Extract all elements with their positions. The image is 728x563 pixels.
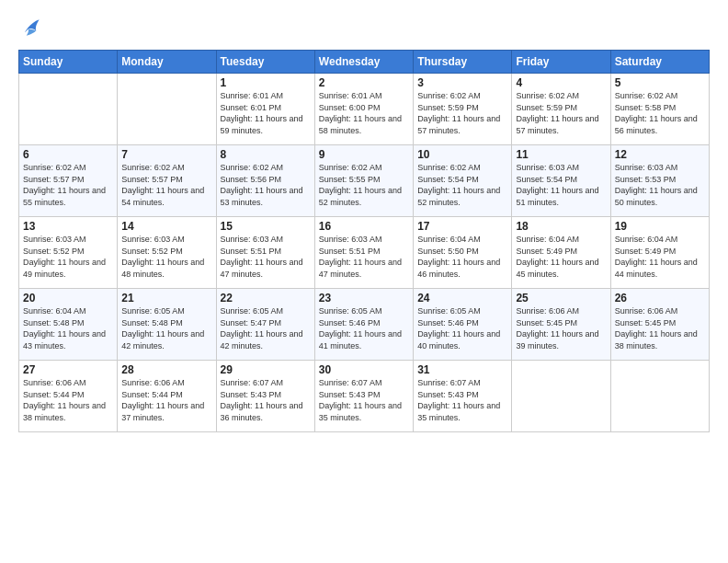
calendar-cell: 20Sunrise: 6:04 AM Sunset: 5:48 PM Dayli…	[19, 289, 118, 361]
day-number: 31	[417, 363, 507, 376]
day-info: Sunrise: 6:07 AM Sunset: 5:43 PM Dayligh…	[319, 377, 409, 423]
day-info: Sunrise: 6:02 AM Sunset: 5:58 PM Dayligh…	[615, 90, 705, 136]
calendar-cell: 5Sunrise: 6:02 AM Sunset: 5:58 PM Daylig…	[610, 74, 709, 145]
day-info: Sunrise: 6:03 AM Sunset: 5:53 PM Dayligh…	[615, 162, 705, 208]
calendar-cell: 21Sunrise: 6:05 AM Sunset: 5:48 PM Dayli…	[118, 289, 216, 361]
weekday-header-sunday: Sunday	[19, 51, 118, 74]
day-number: 15	[221, 220, 311, 233]
day-number: 24	[417, 292, 507, 304]
day-info: Sunrise: 6:06 AM Sunset: 5:45 PM Dayligh…	[516, 305, 606, 351]
calendar-cell: 9Sunrise: 6:02 AM Sunset: 5:55 PM Daylig…	[314, 145, 413, 217]
day-number: 5	[615, 76, 705, 89]
calendar-cell: 7Sunrise: 6:02 AM Sunset: 5:57 PM Daylig…	[118, 145, 216, 217]
calendar-cell: 19Sunrise: 6:04 AM Sunset: 5:49 PM Dayli…	[610, 217, 709, 289]
day-info: Sunrise: 6:07 AM Sunset: 5:43 PM Dayligh…	[417, 377, 507, 423]
page: SundayMondayTuesdayWednesdayThursdayFrid…	[0, 0, 728, 563]
calendar-cell: 16Sunrise: 6:03 AM Sunset: 5:51 PM Dayli…	[314, 217, 413, 289]
day-info: Sunrise: 6:02 AM Sunset: 5:54 PM Dayligh…	[417, 162, 507, 208]
day-info: Sunrise: 6:02 AM Sunset: 5:56 PM Dayligh…	[221, 162, 311, 208]
calendar-cell: 23Sunrise: 6:05 AM Sunset: 5:46 PM Dayli…	[314, 289, 413, 361]
day-number: 1	[221, 76, 311, 89]
calendar-cell: 15Sunrise: 6:03 AM Sunset: 5:51 PM Dayli…	[216, 217, 314, 289]
week-row-4: 27Sunrise: 6:06 AM Sunset: 5:44 PM Dayli…	[19, 361, 710, 432]
day-info: Sunrise: 6:05 AM Sunset: 5:46 PM Dayligh…	[417, 305, 507, 351]
day-info: Sunrise: 6:06 AM Sunset: 5:44 PM Dayligh…	[121, 377, 211, 423]
calendar-cell: 26Sunrise: 6:06 AM Sunset: 5:45 PM Dayli…	[610, 289, 709, 361]
day-number: 23	[319, 292, 409, 304]
calendar-cell: 13Sunrise: 6:03 AM Sunset: 5:52 PM Dayli…	[19, 217, 118, 289]
day-number: 12	[615, 148, 705, 161]
calendar-cell	[19, 74, 118, 145]
day-number: 9	[319, 148, 409, 161]
day-number: 21	[121, 292, 211, 304]
day-number: 25	[516, 292, 606, 304]
weekday-header-monday: Monday	[118, 51, 216, 74]
day-number: 13	[23, 220, 113, 233]
day-number: 10	[417, 148, 507, 161]
day-info: Sunrise: 6:03 AM Sunset: 5:51 PM Dayligh…	[221, 234, 311, 280]
day-info: Sunrise: 6:03 AM Sunset: 5:51 PM Dayligh…	[319, 234, 409, 280]
calendar-cell: 1Sunrise: 6:01 AM Sunset: 6:01 PM Daylig…	[216, 74, 314, 145]
day-number: 20	[23, 292, 113, 304]
calendar-cell: 22Sunrise: 6:05 AM Sunset: 5:47 PM Dayli…	[216, 289, 314, 361]
weekday-header-tuesday: Tuesday	[216, 51, 314, 74]
calendar-cell	[512, 361, 610, 432]
day-info: Sunrise: 6:04 AM Sunset: 5:48 PM Dayligh…	[23, 305, 113, 351]
day-number: 29	[221, 363, 311, 376]
header	[18, 15, 710, 40]
day-number: 26	[615, 292, 705, 304]
calendar-cell: 14Sunrise: 6:03 AM Sunset: 5:52 PM Dayli…	[118, 217, 216, 289]
calendar-cell: 27Sunrise: 6:06 AM Sunset: 5:44 PM Dayli…	[19, 361, 118, 432]
weekday-header-wednesday: Wednesday	[314, 51, 413, 74]
week-row-2: 13Sunrise: 6:03 AM Sunset: 5:52 PM Dayli…	[19, 217, 710, 289]
calendar-cell: 18Sunrise: 6:04 AM Sunset: 5:49 PM Dayli…	[512, 217, 610, 289]
day-number: 6	[23, 148, 113, 161]
day-number: 17	[417, 220, 507, 233]
calendar-cell: 6Sunrise: 6:02 AM Sunset: 5:57 PM Daylig…	[19, 145, 118, 217]
day-number: 8	[221, 148, 311, 161]
calendar-cell: 2Sunrise: 6:01 AM Sunset: 6:00 PM Daylig…	[314, 74, 413, 145]
day-number: 11	[516, 148, 606, 161]
day-number: 16	[319, 220, 409, 233]
calendar-table: SundayMondayTuesdayWednesdayThursdayFrid…	[18, 50, 710, 432]
day-info: Sunrise: 6:03 AM Sunset: 5:52 PM Dayligh…	[23, 234, 113, 280]
day-number: 27	[23, 363, 113, 376]
calendar-cell	[610, 361, 709, 432]
day-number: 7	[121, 148, 211, 161]
week-row-3: 20Sunrise: 6:04 AM Sunset: 5:48 PM Dayli…	[19, 289, 710, 361]
day-info: Sunrise: 6:04 AM Sunset: 5:49 PM Dayligh…	[615, 234, 705, 280]
calendar-cell: 4Sunrise: 6:02 AM Sunset: 5:59 PM Daylig…	[512, 74, 610, 145]
day-info: Sunrise: 6:05 AM Sunset: 5:46 PM Dayligh…	[319, 305, 409, 351]
day-number: 3	[417, 76, 507, 89]
day-number: 4	[516, 76, 606, 89]
calendar-cell: 25Sunrise: 6:06 AM Sunset: 5:45 PM Dayli…	[512, 289, 610, 361]
day-info: Sunrise: 6:02 AM Sunset: 5:59 PM Dayligh…	[516, 90, 606, 136]
day-number: 2	[319, 76, 409, 89]
day-info: Sunrise: 6:04 AM Sunset: 5:50 PM Dayligh…	[417, 234, 507, 280]
day-info: Sunrise: 6:02 AM Sunset: 5:57 PM Dayligh…	[121, 162, 211, 208]
day-info: Sunrise: 6:02 AM Sunset: 5:59 PM Dayligh…	[417, 90, 507, 136]
weekday-header-saturday: Saturday	[610, 51, 709, 74]
logo-icon	[18, 15, 44, 40]
calendar-cell: 30Sunrise: 6:07 AM Sunset: 5:43 PM Dayli…	[314, 361, 413, 432]
calendar-cell: 11Sunrise: 6:03 AM Sunset: 5:54 PM Dayli…	[512, 145, 610, 217]
day-info: Sunrise: 6:05 AM Sunset: 5:48 PM Dayligh…	[121, 305, 211, 351]
day-info: Sunrise: 6:07 AM Sunset: 5:43 PM Dayligh…	[221, 377, 311, 423]
calendar-cell: 17Sunrise: 6:04 AM Sunset: 5:50 PM Dayli…	[414, 217, 512, 289]
weekday-header-thursday: Thursday	[414, 51, 512, 74]
calendar-cell: 8Sunrise: 6:02 AM Sunset: 5:56 PM Daylig…	[216, 145, 314, 217]
day-info: Sunrise: 6:06 AM Sunset: 5:44 PM Dayligh…	[23, 377, 113, 423]
day-number: 18	[516, 220, 606, 233]
calendar-cell: 12Sunrise: 6:03 AM Sunset: 5:53 PM Dayli…	[610, 145, 709, 217]
weekday-header-row: SundayMondayTuesdayWednesdayThursdayFrid…	[19, 51, 710, 74]
calendar-cell: 29Sunrise: 6:07 AM Sunset: 5:43 PM Dayli…	[216, 361, 314, 432]
day-info: Sunrise: 6:03 AM Sunset: 5:54 PM Dayligh…	[516, 162, 606, 208]
day-number: 19	[615, 220, 705, 233]
day-info: Sunrise: 6:02 AM Sunset: 5:57 PM Dayligh…	[23, 162, 113, 208]
day-number: 28	[121, 363, 211, 376]
calendar-cell: 31Sunrise: 6:07 AM Sunset: 5:43 PM Dayli…	[414, 361, 512, 432]
day-info: Sunrise: 6:06 AM Sunset: 5:45 PM Dayligh…	[615, 305, 705, 351]
week-row-0: 1Sunrise: 6:01 AM Sunset: 6:01 PM Daylig…	[19, 74, 710, 145]
day-info: Sunrise: 6:03 AM Sunset: 5:52 PM Dayligh…	[121, 234, 211, 280]
day-info: Sunrise: 6:02 AM Sunset: 5:55 PM Dayligh…	[319, 162, 409, 208]
